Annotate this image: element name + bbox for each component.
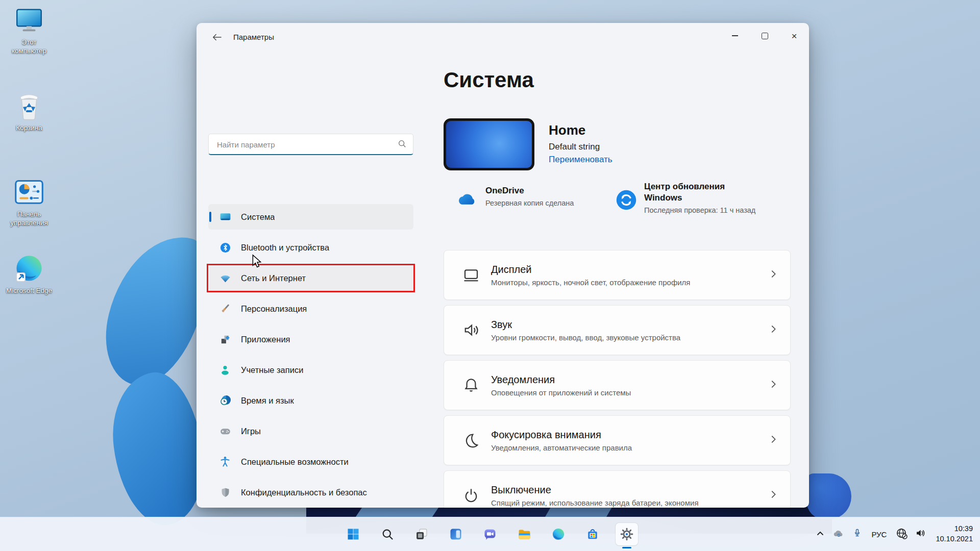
card-display[interactable]: Дисплей Мониторы, яркость, ночной свет, … <box>444 250 791 300</box>
sound-icon <box>460 321 482 339</box>
sidebar-item-accessibility[interactable]: Специальные возможности <box>208 449 413 474</box>
card-subtitle: Мониторы, яркость, ночной свет, отображе… <box>491 278 690 287</box>
device-description: Default string <box>549 142 612 152</box>
task-view-button[interactable] <box>410 523 433 545</box>
edge-icon <box>551 527 566 541</box>
chevron-right-icon <box>769 434 778 447</box>
card-notifications[interactable]: Уведомления Оповещения от приложений и с… <box>444 360 791 410</box>
back-button[interactable] <box>208 29 226 45</box>
volume-tray-icon[interactable] <box>915 528 927 541</box>
sidebar-item-label: Система <box>241 212 275 222</box>
desktop-icon-recycle-bin[interactable]: Корзина <box>5 90 53 133</box>
sidebar-item-label: Bluetooth и устройства <box>241 243 329 253</box>
close-icon: × <box>791 31 797 41</box>
sidebar-item-time-language[interactable]: Время и язык <box>208 388 413 413</box>
file-explorer-icon <box>517 527 532 542</box>
windows-update-status[interactable]: Центр обновления Windows Последняя прове… <box>616 181 762 214</box>
card-focus-assist[interactable]: Фокусировка внимания Уведомления, автома… <box>444 415 791 465</box>
sidebar-item-privacy[interactable]: Конфиденциальность и безопас <box>208 480 413 505</box>
chevron-right-icon <box>769 323 778 337</box>
start-button[interactable] <box>342 523 364 545</box>
system-icon <box>218 210 232 223</box>
widgets-icon <box>449 527 463 541</box>
device-name: Home <box>549 122 612 138</box>
search-input[interactable] <box>216 134 391 155</box>
file-explorer-button[interactable] <box>513 523 535 545</box>
annotation-highlight <box>207 264 415 292</box>
page-title: Система <box>444 68 534 92</box>
windows-logo-icon <box>346 527 360 541</box>
mouse-cursor <box>250 254 263 270</box>
search-box[interactable] <box>208 134 413 155</box>
settings-button[interactable] <box>616 523 638 545</box>
tray-date: 10.10.2021 <box>936 534 973 544</box>
task-view-icon <box>414 527 429 541</box>
store-button[interactable] <box>581 523 604 545</box>
sidebar-item-bluetooth[interactable]: Bluetooth и устройства <box>208 235 413 260</box>
taskbar-icons <box>342 517 638 551</box>
tray-time: 10:39 <box>936 524 973 534</box>
edge-button[interactable] <box>547 523 570 545</box>
microphone-tray-icon[interactable] <box>852 528 863 541</box>
onedrive-subtitle: Резервная копия сделана <box>485 199 574 207</box>
settings-window: Параметры × Система <box>197 23 809 508</box>
windows-update-title: Центр обновления Windows <box>644 181 762 204</box>
bell-icon <box>460 376 482 394</box>
sidebar-item-gaming[interactable]: Игры <box>208 418 413 444</box>
card-sound[interactable]: Звук Уровни громкости, вывод, ввод, звук… <box>444 305 791 355</box>
sidebar-item-personalization[interactable]: Персонализация <box>208 296 413 321</box>
shield-icon <box>218 486 232 499</box>
tray-chevron-up-icon[interactable] <box>815 529 825 540</box>
chat-button[interactable] <box>479 523 501 545</box>
language-indicator[interactable]: РУС <box>869 530 889 539</box>
wallpaper-bloom-shape <box>105 368 211 531</box>
chevron-right-icon <box>769 489 778 502</box>
card-title: Дисплей <box>491 264 690 276</box>
device-hero: Home Default string Переименовать <box>444 118 612 170</box>
card-subtitle: Уведомления, автоматические правила <box>491 443 632 452</box>
sidebar-item-accounts[interactable]: Учетные записи <box>208 357 413 383</box>
sidebar-item-network[interactable]: Сеть и Интернет <box>208 265 413 291</box>
network-tray-icon[interactable] <box>895 527 908 542</box>
onedrive-tray-icon[interactable] <box>832 528 845 540</box>
onedrive-status[interactable]: OneDrive Резервная копия сделана <box>456 185 574 209</box>
search-icon <box>398 139 407 151</box>
chevron-right-icon <box>769 379 778 392</box>
recycle-bin-icon <box>14 90 44 122</box>
settings-main-pane: Система Home Default string Переименоват… <box>444 23 791 508</box>
accessibility-icon <box>218 455 232 468</box>
desktop-icon-label: Корзина <box>16 124 42 133</box>
sidebar-item-label: Персонализация <box>241 304 307 314</box>
sidebar-item-label: Сеть и Интернет <box>241 273 306 283</box>
settings-sidebar: Система Bluetooth и устройства Сеть и Ин… <box>208 52 413 508</box>
card-subtitle: Уровни громкости, вывод, ввод, звуковые … <box>491 333 680 342</box>
display-icon <box>460 266 482 284</box>
clock[interactable]: 10:39 10.10.2021 <box>936 524 973 544</box>
control-panel-icon <box>14 176 44 209</box>
store-icon <box>585 527 600 541</box>
sidebar-item-label: Учетные записи <box>241 365 303 375</box>
search-button[interactable] <box>376 523 399 545</box>
sidebar-item-label: Специальные возможности <box>241 457 349 467</box>
desktop-icon-edge[interactable]: Microsoft Edge <box>5 253 53 295</box>
sidebar-item-system[interactable]: Система <box>208 204 413 230</box>
chevron-right-icon <box>769 268 778 282</box>
this-pc-icon <box>14 4 44 37</box>
sidebar-item-label: Конфиденциальность и безопас <box>241 488 367 497</box>
card-power[interactable]: Выключение Спящий режим, использование з… <box>444 470 791 508</box>
gamepad-icon <box>218 424 232 438</box>
sidebar-item-label: Приложения <box>241 335 290 344</box>
account-icon <box>218 363 232 377</box>
desktop-icon-this-pc[interactable]: Этот компьютер <box>5 4 53 56</box>
settings-cards: Дисплей Мониторы, яркость, ночной свет, … <box>444 250 791 508</box>
widgets-button[interactable] <box>445 523 467 545</box>
onedrive-icon <box>456 192 477 209</box>
clock-icon <box>218 394 232 407</box>
onedrive-title: OneDrive <box>485 185 574 196</box>
sidebar-item-apps[interactable]: Приложения <box>208 327 413 352</box>
desktop-icon-control-panel[interactable]: Панель управления <box>5 176 53 228</box>
card-title: Фокусировка внимания <box>491 429 632 441</box>
rename-link[interactable]: Переименовать <box>549 155 612 165</box>
card-subtitle: Спящий режим, использование заряда батар… <box>491 498 699 507</box>
window-title: Параметры <box>233 23 274 52</box>
